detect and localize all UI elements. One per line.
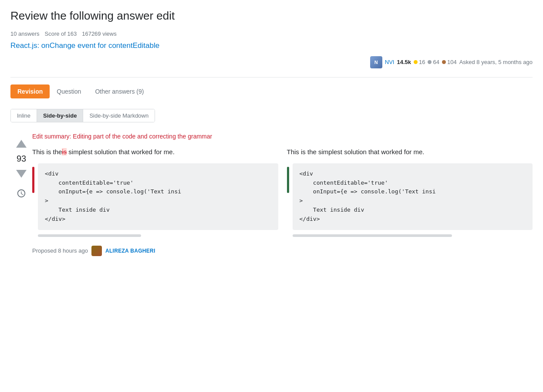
vote-sidebar: 93: [10, 133, 32, 256]
score: Score of 163: [44, 30, 77, 37]
views-count: 167269 views: [82, 30, 117, 37]
diff-left-column: This is theis simplest solution that wor…: [32, 147, 278, 237]
green-change-bar: [287, 167, 289, 193]
diff-right-text: This is the simplest solution that worke…: [287, 147, 533, 157]
diff-columns: This is theis simplest solution that wor…: [32, 147, 533, 237]
text-after-deletion: simplest solution that worked for me.: [67, 148, 175, 155]
primary-tabs: Revision Question Other answers (9): [10, 84, 533, 98]
upvote-button[interactable]: [13, 136, 29, 152]
diff-left-text: This is theis simplest solution that wor…: [32, 147, 278, 157]
bronze-badge: 104: [442, 59, 457, 65]
meta-row: 10 answers Score of 163 167269 views: [10, 30, 533, 37]
tab-revision[interactable]: Revision: [10, 84, 50, 98]
silver-badge-dot: [428, 60, 432, 64]
page-title: Review the following answer edit: [10, 9, 533, 24]
history-icon[interactable]: [16, 188, 27, 199]
edit-summary: Edit summary: Editing part of the code a…: [32, 133, 533, 140]
diff-right-column: This is the simplest solution that worke…: [287, 147, 533, 237]
gold-badge: 16: [414, 59, 425, 65]
content-area: 93 Edit summary: Editing part of the cod…: [10, 133, 533, 256]
question-link[interactable]: React.js: onChange event for contentEdit…: [10, 41, 533, 50]
red-change-bar: [32, 167, 34, 193]
downvote-button[interactable]: [13, 166, 29, 181]
proposer-name[interactable]: ALIREZA BAGHERI: [105, 248, 155, 254]
gold-count: 16: [419, 59, 425, 65]
asked-time: Asked 8 years, 5 months ago: [459, 59, 533, 65]
vote-count: 93: [17, 154, 26, 164]
user-row: N NVI 14.5k 16 64 104 Asked 8 years, 5 m…: [10, 56, 533, 68]
main-body: Edit summary: Editing part of the code a…: [32, 133, 533, 256]
code-content-left: <div contentEditable='true' onInput={e =…: [45, 169, 271, 224]
silver-count: 64: [433, 59, 439, 65]
silver-badge: 64: [428, 59, 439, 65]
tab-other-answers[interactable]: Other answers (9): [88, 84, 151, 98]
text-before-deletion: This is the: [32, 148, 62, 155]
divider: [10, 77, 533, 78]
tab-question[interactable]: Question: [50, 84, 88, 98]
user-rep: 14.5k: [397, 59, 411, 65]
avatar: N: [370, 56, 382, 68]
code-scrollbar-left: [38, 234, 141, 237]
right-text-content: This is the simplest solution that worke…: [287, 148, 425, 155]
bronze-badge-dot: [442, 60, 446, 64]
proposer-avatar: [91, 246, 102, 256]
code-scrollbar-right: [293, 234, 452, 237]
gold-badge-dot: [414, 60, 418, 64]
user-name[interactable]: NVI: [385, 59, 395, 65]
secondary-tabs: Inline Side-by-side Side-by-side Markdow…: [10, 109, 155, 122]
code-block-left: <div contentEditable='true' onInput={e =…: [38, 163, 278, 230]
code-block-right: <div contentEditable='true' onInput={e =…: [293, 163, 533, 230]
deleted-text: is: [62, 148, 67, 155]
tab-inline[interactable]: Inline: [11, 109, 37, 122]
bronze-count: 104: [447, 59, 457, 65]
tab-side-by-side[interactable]: Side-by-side: [37, 109, 83, 122]
answers-count: 10 answers: [10, 30, 39, 37]
tab-side-by-side-markdown[interactable]: Side-by-side Markdown: [83, 109, 155, 122]
proposed-label: Proposed 8 hours ago: [32, 247, 88, 254]
proposed-row: Proposed 8 hours ago ALIREZA BAGHERI: [32, 246, 533, 256]
code-content-right: <div contentEditable='true' onInput={e =…: [300, 169, 526, 224]
